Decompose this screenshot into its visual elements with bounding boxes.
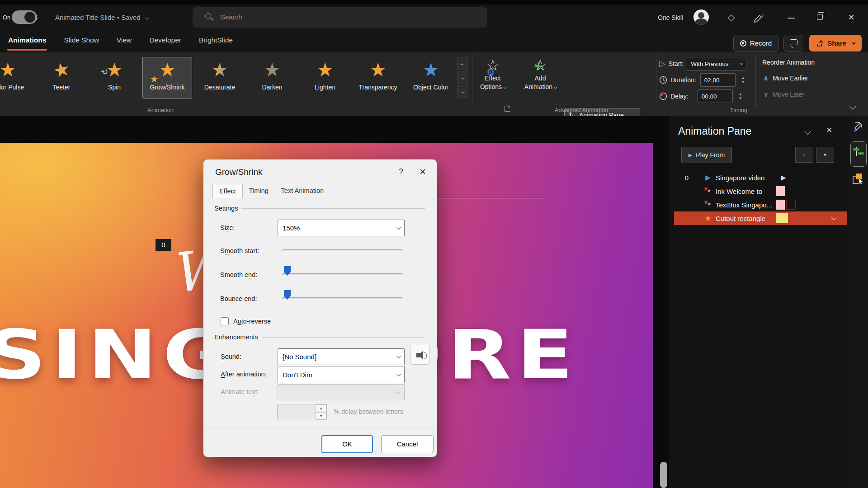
record-button[interactable]: Record	[733, 35, 778, 52]
sound-volume-button[interactable]	[410, 345, 430, 365]
dialog-tab-timing[interactable]: Timing	[243, 184, 275, 198]
dialog-help-button[interactable]: ?	[399, 167, 403, 177]
expand-arrow-icon[interactable]: ▶	[781, 174, 786, 182]
gallery-item-label: Desaturate	[195, 84, 244, 91]
animation-pane-icon	[853, 147, 864, 156]
dialog-tab-text-animation[interactable]: Text Animation	[275, 184, 330, 198]
gallery-item-color-pulse[interactable]: ★Color Pulse	[0, 57, 33, 99]
after-animation-combobox[interactable]: Don't Dim	[278, 366, 405, 383]
add-animation-button[interactable]: ☆+ Add Animation	[521, 56, 560, 91]
star-darken-icon: ★	[248, 57, 297, 83]
record-icon	[740, 40, 746, 47]
autosave-label: On	[3, 14, 10, 21]
auto-reverse-label: Auto-reverse	[233, 318, 271, 325]
color-swatch-pink	[776, 200, 785, 210]
gallery-scroll-down-button[interactable]	[458, 71, 467, 84]
designer-button[interactable]	[850, 172, 867, 190]
close-button[interactable]: ×	[848, 11, 854, 23]
pane-collapse-icon[interactable]	[804, 128, 811, 135]
effect-options-button[interactable]: ☆⚙ Effect Options	[476, 56, 510, 91]
group-label-advanced-animation: Advanced Animation	[532, 107, 631, 113]
tab-brightslide[interactable]: BrightSlide	[198, 34, 234, 46]
tab-view[interactable]: View	[116, 34, 132, 46]
divider	[241, 208, 425, 209]
duration-spinner[interactable]: ▲▼	[741, 76, 745, 84]
animation-dialog-launcher[interactable]	[505, 106, 510, 112]
designer-cursor-icon	[852, 172, 865, 188]
animation-pane-panel: Animation Pane × ▶ Play From ▲ ▼ 0▶Singa…	[669, 116, 849, 488]
pane-close-icon[interactable]: ×	[826, 124, 832, 136]
dialog-close-button[interactable]: ×	[420, 165, 426, 178]
whats-new-icon[interactable]	[753, 13, 765, 24]
play-blue-icon: ▶	[705, 174, 711, 181]
gallery-item-label: Spin	[90, 84, 139, 91]
start-select[interactable]: With Previous	[687, 57, 746, 70]
tab-developer[interactable]: Developer	[148, 34, 182, 46]
item-dropdown-chevron-icon[interactable]	[831, 215, 836, 220]
premium-diamond-icon[interactable]: ◇	[728, 12, 735, 23]
tab-slide-show[interactable]: Slide Show	[63, 34, 100, 46]
animate-text-label: Animate text:	[221, 388, 259, 395]
collapse-ribbon-icon[interactable]	[849, 103, 856, 110]
gallery-item-spin[interactable]: ★↻Spin	[90, 57, 139, 99]
move-earlier-button[interactable]: ∧ Move Earlier	[763, 74, 808, 82]
restore-button[interactable]	[817, 14, 823, 20]
gallery-more-button[interactable]	[458, 85, 467, 98]
gallery-item-transparency[interactable]: ★Transparency	[353, 57, 403, 99]
play-from-button[interactable]: ▶ Play From	[681, 147, 732, 163]
effect-options-icon: ☆⚙	[476, 56, 510, 74]
cancel-button[interactable]: Cancel	[381, 435, 434, 453]
gallery-item-grow-shrink[interactable]: ★★Grow/Shrink	[142, 57, 192, 99]
add-animation-icon: ☆+	[521, 56, 560, 74]
animation-item-cutout-rectangle[interactable]: ★Cutout rectangle	[674, 211, 847, 225]
gallery-item-teeter[interactable]: ★Teeter	[37, 57, 86, 99]
separator	[472, 55, 472, 108]
gallery-item-darken[interactable]: ★Darken	[247, 57, 297, 99]
gallery-item-object-color[interactable]: ★Object Color	[406, 57, 456, 99]
caret-down-icon: ∨	[763, 90, 769, 99]
slide-vertical-scrollbar[interactable]	[660, 462, 667, 488]
gallery-item-desaturate[interactable]: ★Desaturate	[195, 57, 245, 99]
share-button[interactable]: Share	[809, 35, 862, 52]
pane-move-down-button[interactable]: ▼	[816, 147, 834, 163]
duration-input[interactable]: 02,00	[700, 73, 736, 87]
animate-text-combobox	[278, 384, 405, 400]
animation-pane-rail-button[interactable]	[850, 141, 867, 167]
gallery-item-label: Color Pulse	[0, 84, 32, 91]
gallery-item-lighten[interactable]: ★Lighten	[300, 57, 350, 99]
sound-combobox[interactable]: [No Sound]	[278, 348, 405, 365]
ribbon-display-options-icon[interactable]	[33, 15, 40, 20]
ok-button[interactable]: OK	[321, 435, 373, 453]
animation-item-label: Ink Welcome to	[716, 188, 762, 195]
inking-tools-button[interactable]	[850, 121, 867, 137]
animation-item-ink-welcome-to[interactable]: Ink Welcome to	[674, 184, 847, 198]
document-title[interactable]: Animated Title Slide • Saved	[55, 14, 148, 21]
minimize-button[interactable]	[788, 18, 795, 19]
grow-shrink-dialog: Grow/Shrink ? × EffectTimingText Animati…	[203, 159, 437, 457]
star-orange-icon: ★	[704, 214, 711, 223]
dialog-tab-effect[interactable]: Effect	[212, 184, 243, 198]
color-swatch-yellow	[776, 213, 788, 223]
user-name: One Skill	[658, 14, 683, 21]
gallery-item-label: Lighten	[301, 84, 349, 91]
smooth-end-slider[interactable]	[282, 273, 402, 275]
animation-item-textbox-singapo-[interactable]: TextBox Singapo...	[674, 198, 847, 211]
smooth-start-slider[interactable]	[282, 249, 402, 251]
avatar[interactable]	[693, 9, 709, 25]
search-input[interactable]: Search	[193, 7, 487, 28]
sound-label: Sound:	[221, 353, 241, 360]
bounce-end-slider[interactable]	[282, 297, 402, 299]
pane-move-up-button: ▲	[795, 147, 813, 163]
gallery-scroll-up-button[interactable]	[458, 57, 467, 70]
animation-sequence-number: 0	[681, 174, 692, 182]
size-combobox[interactable]: 150%	[278, 220, 405, 236]
size-label: Size:	[220, 224, 235, 231]
delay-between-letters-spinner: ▲▼	[277, 404, 327, 419]
delay-spinner[interactable]: ▲▼	[739, 93, 742, 100]
smooth-start-label: Smooth start:	[220, 247, 259, 254]
auto-reverse-checkbox[interactable]	[221, 317, 229, 325]
tab-animations[interactable]: Animations	[7, 34, 47, 46]
comments-button[interactable]	[783, 35, 803, 52]
delay-input[interactable]: 00,00	[698, 89, 733, 103]
animation-item-singapore-video[interactable]: 0▶Singapore video▶	[674, 171, 847, 184]
